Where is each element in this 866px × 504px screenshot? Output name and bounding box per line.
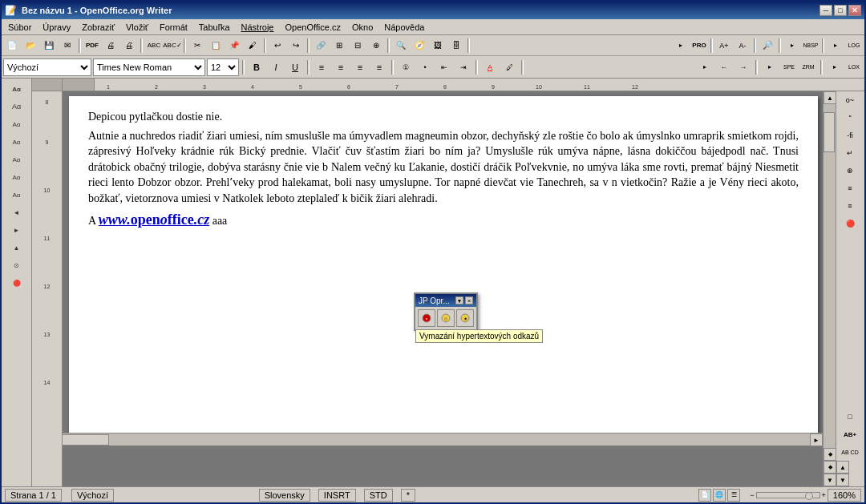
italic-button[interactable]: I (267, 58, 285, 76)
tool-8[interactable]: ◄ (5, 204, 29, 221)
table2-button[interactable]: ⊟ (349, 37, 366, 54)
menu-subor[interactable]: Súbor (3, 21, 36, 34)
rp-btn-9[interactable]: □ (836, 408, 864, 425)
vscroll-up[interactable]: ▲ (824, 91, 836, 104)
save-button[interactable]: 💾 (40, 37, 58, 54)
tool-5[interactable]: Aα (5, 151, 29, 168)
menu-zobrazit[interactable]: Zobraziť (77, 21, 119, 34)
align-left-button[interactable]: ≡ (313, 58, 330, 76)
bold-button[interactable]: B (248, 58, 265, 76)
more6-button[interactable]: ▸ (826, 58, 844, 76)
pdf-button[interactable]: PDF (83, 37, 101, 54)
status-mode[interactable]: INSRT (318, 489, 356, 502)
vscroll-track[interactable] (824, 104, 836, 448)
minimize-button[interactable]: ─ (819, 5, 832, 16)
table-button[interactable]: ⊞ (330, 37, 348, 54)
autospell-button[interactable]: ABC✓ (164, 37, 181, 54)
float-tb-menu[interactable]: ▼ (455, 296, 463, 304)
open-button[interactable]: 📂 (22, 37, 39, 54)
copy-button[interactable]: 📋 (207, 37, 225, 54)
tool-4[interactable]: Aα (5, 133, 29, 151)
zoom-tool[interactable]: Aα (5, 115, 29, 133)
zoom-in-button[interactable]: 🔎 (759, 37, 776, 54)
font-inc-button[interactable]: A+ (715, 37, 733, 54)
tool-9[interactable]: ► (5, 221, 29, 239)
more2-button[interactable]: ▸ (783, 37, 801, 54)
highlight-button[interactable]: 🖊 (500, 58, 518, 76)
find-button[interactable]: 🔍 (392, 37, 410, 54)
tool-7[interactable]: Aα (5, 186, 29, 204)
align-right-button[interactable]: ≡ (351, 58, 369, 76)
rp-btn-11[interactable]: AB CD (836, 443, 864, 461)
menu-tabulka[interactable]: Tabuľka (194, 21, 235, 34)
email-button[interactable]: ✉ (59, 37, 76, 54)
more1-button[interactable]: ▸ (672, 37, 690, 54)
tool-6[interactable]: Aα (5, 168, 29, 186)
float-toolbar-header[interactable]: JP Opr... ▼ × (415, 294, 476, 307)
gallery-button[interactable]: 🖼 (429, 37, 447, 54)
logg-button[interactable]: LOG (845, 37, 863, 54)
rp-scroll-down[interactable]: ▼ (836, 474, 849, 486)
view-outline-btn[interactable]: ☰ (727, 489, 740, 502)
nbhsp-button[interactable]: NBSP (802, 37, 819, 54)
float-btn-2[interactable]: ☺ (437, 309, 455, 327)
lox-button[interactable]: LOX (845, 58, 863, 76)
align-center-button[interactable]: ≡ (332, 58, 350, 76)
more5-button[interactable]: ▸ (761, 58, 779, 76)
insert-obj-button[interactable]: ⊕ (367, 37, 385, 54)
undo-button[interactable]: ↩ (269, 37, 286, 54)
close-button[interactable]: ✕ (848, 5, 861, 16)
font-dec-button[interactable]: A- (734, 37, 751, 54)
rp-btn-6[interactable]: ≡ (836, 179, 864, 197)
zoom-out-btn[interactable]: − (750, 491, 754, 499)
rp-btn-1[interactable]: o~ (836, 91, 864, 109)
menu-napoveda[interactable]: Nápověda (379, 21, 429, 34)
hyperlink[interactable]: www.openoffice.cz (99, 212, 209, 228)
rp-btn-3[interactable]: -fi (836, 127, 864, 144)
hscroll-track[interactable] (45, 433, 810, 446)
zoom-slider[interactable] (756, 492, 820, 498)
spellcheck-button[interactable]: ABC (145, 37, 163, 54)
menu-nastroje[interactable]: Nástroje (237, 21, 279, 34)
indent-dec-button[interactable]: ⇤ (435, 58, 453, 76)
cut-button[interactable]: ✂ (188, 37, 206, 54)
back-button[interactable]: ← (715, 58, 733, 76)
size-select[interactable]: 12 (207, 58, 239, 76)
float-btn-3[interactable]: ★ (456, 309, 474, 327)
vscroll-thumb[interactable] (824, 112, 835, 152)
rp-btn-8[interactable]: 🔴 (836, 215, 864, 232)
clone-button[interactable]: 🖌 (244, 37, 261, 54)
float-tb-close[interactable]: × (465, 296, 473, 304)
menu-upravy[interactable]: Úpravy (38, 21, 75, 34)
tool-12[interactable]: 🔴 (5, 274, 29, 292)
rp-btn-10[interactable]: AB+ (836, 425, 864, 443)
vscroll-extra2[interactable]: ◆ (824, 461, 836, 474)
maximize-button[interactable]: □ (834, 5, 847, 16)
rp-btn-7[interactable]: ≡ (836, 197, 864, 215)
style-select[interactable]: Výchozí (3, 58, 91, 76)
datasource-button[interactable]: 🗄 (447, 37, 465, 54)
rp-btn-4[interactable]: ↵ (836, 144, 864, 162)
menu-vlozit[interactable]: Vložiť (121, 21, 153, 34)
view-web-btn[interactable]: 🌐 (713, 489, 726, 502)
tool-11[interactable]: ⊙ (5, 256, 29, 274)
rp-btn-2[interactable]: " (836, 109, 864, 127)
tool-10[interactable]: ▲ (5, 239, 29, 256)
menu-format[interactable]: Formát (155, 21, 192, 34)
navigator-button[interactable]: 🧭 (411, 37, 428, 54)
more4-button[interactable]: ▸ (696, 58, 714, 76)
more3-button[interactable]: ▸ (827, 37, 844, 54)
spe-button[interactable]: SPE (780, 58, 798, 76)
status-zoom[interactable]: 160% (828, 489, 861, 502)
print-button[interactable]: 🖨 (120, 37, 138, 54)
vscroll-down[interactable]: ▼ (824, 474, 836, 486)
zrm-button[interactable]: ZRM (799, 58, 817, 76)
bullets-button[interactable]: • (416, 58, 434, 76)
zoom-slider-thumb[interactable] (805, 492, 813, 500)
rp-scroll-up[interactable]: ▲ (836, 461, 849, 474)
underline-button[interactable]: U (286, 58, 304, 76)
menu-oo[interactable]: OpenOffice.cz (280, 21, 346, 34)
font-select[interactable]: Times New Roman (93, 58, 205, 76)
paste-button[interactable]: 📌 (225, 37, 243, 54)
menu-okno[interactable]: Okno (347, 21, 378, 34)
